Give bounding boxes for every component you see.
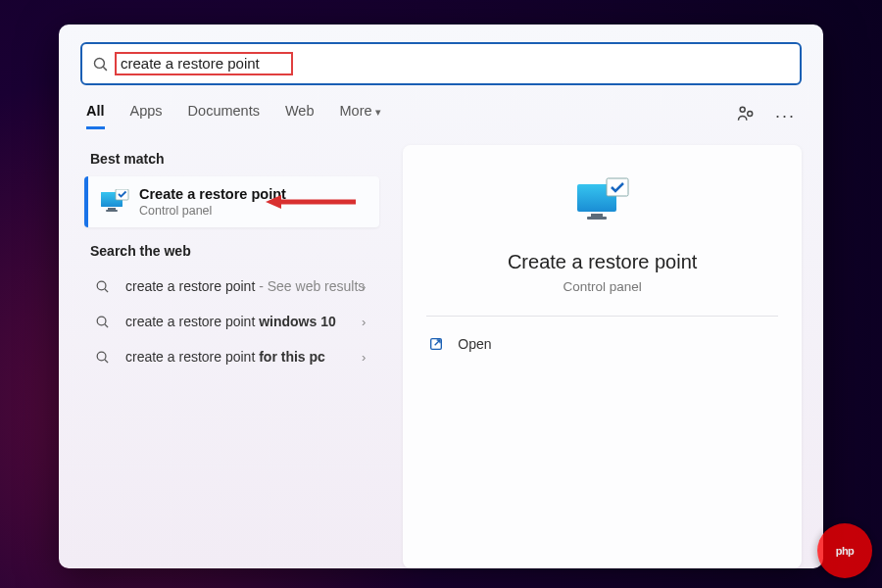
svg-point-3 <box>748 112 753 117</box>
svg-marker-10 <box>266 195 281 209</box>
web-result-text: create a restore point for this pc <box>125 349 325 365</box>
search-icon <box>92 315 112 329</box>
monitor-check-icon <box>575 174 630 229</box>
results-column: Best match Create a restore point Contro… <box>80 145 383 568</box>
best-match-subtitle: Control panel <box>139 204 286 218</box>
chevron-right-icon: › <box>362 315 366 329</box>
svg-point-15 <box>97 352 106 361</box>
best-match-heading: Best match <box>90 151 379 167</box>
web-result-1[interactable]: create a restore point windows 10 › <box>84 304 379 339</box>
svg-line-12 <box>105 289 108 292</box>
svg-rect-7 <box>106 210 118 212</box>
svg-rect-18 <box>591 214 603 217</box>
preview-title: Create a restore point <box>508 251 697 273</box>
tab-web[interactable]: Web <box>285 103 315 129</box>
search-input[interactable] <box>121 55 287 72</box>
best-match-result[interactable]: Create a restore point Control panel <box>84 176 379 227</box>
search-input-highlight <box>115 52 293 75</box>
filter-tabs: All Apps Documents Web More▾ <box>86 103 381 129</box>
tab-more[interactable]: More▾ <box>340 103 381 129</box>
monitor-check-icon <box>100 189 129 215</box>
web-result-0[interactable]: create a restore point - See web results… <box>84 269 379 304</box>
svg-rect-6 <box>108 208 116 210</box>
tab-apps[interactable]: Apps <box>130 103 163 129</box>
best-match-title: Create a restore point <box>139 186 286 202</box>
chevron-down-icon: ▾ <box>375 106 381 118</box>
search-icon <box>92 56 109 73</box>
svg-point-0 <box>94 58 104 68</box>
svg-point-13 <box>97 317 106 325</box>
open-action[interactable]: Open <box>426 330 778 358</box>
filter-tabs-row: All Apps Documents Web More▾ ··· <box>80 103 802 129</box>
svg-point-11 <box>97 281 106 290</box>
more-options-icon[interactable]: ··· <box>775 106 796 126</box>
search-bar[interactable] <box>80 42 802 85</box>
tab-documents[interactable]: Documents <box>188 103 260 129</box>
open-label: Open <box>458 336 491 352</box>
svg-rect-20 <box>607 178 628 196</box>
preview-subtitle: Control panel <box>563 279 641 294</box>
search-web-heading: Search the web <box>90 243 379 259</box>
search-icon <box>92 350 112 365</box>
svg-line-14 <box>105 324 108 327</box>
watermark-badge: php <box>817 523 872 578</box>
web-result-text: create a restore point - See web results <box>125 278 365 294</box>
web-result-text: create a restore point windows 10 <box>125 314 336 329</box>
svg-rect-19 <box>587 217 607 220</box>
preview-pane: Create a restore point Control panel Ope… <box>403 145 802 568</box>
web-result-2[interactable]: create a restore point for this pc › <box>84 339 379 374</box>
search-icon <box>92 279 112 294</box>
chevron-right-icon: › <box>362 350 366 365</box>
open-icon <box>428 336 444 352</box>
annotation-arrow <box>266 192 358 212</box>
svg-line-16 <box>105 360 108 363</box>
svg-line-1 <box>103 67 107 71</box>
chevron-right-icon: › <box>362 279 366 294</box>
start-search-panel: All Apps Documents Web More▾ ··· Best ma… <box>59 24 823 568</box>
tab-all[interactable]: All <box>86 103 105 129</box>
divider <box>426 316 778 317</box>
accounts-icon[interactable] <box>736 104 756 128</box>
svg-point-2 <box>740 107 745 112</box>
